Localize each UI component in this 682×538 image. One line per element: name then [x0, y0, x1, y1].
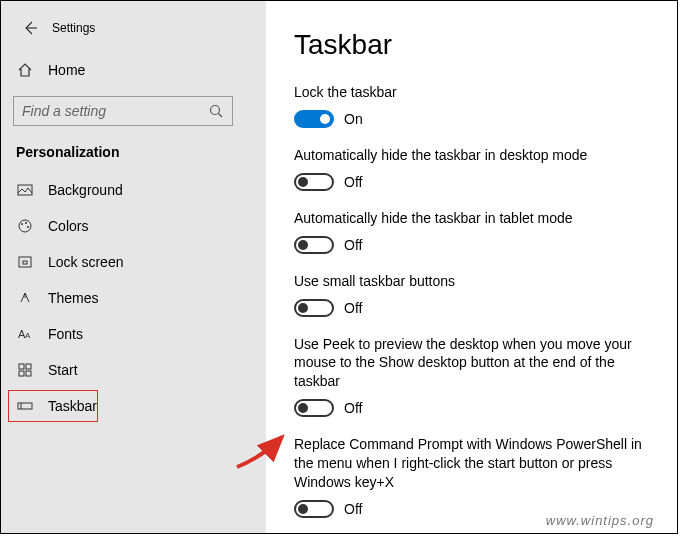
setting-label: Use small taskbar buttons: [294, 272, 649, 291]
nav-item-taskbar[interactable]: Taskbar: [1, 388, 266, 424]
nav-label: Themes: [48, 290, 99, 306]
setting-autohide-tablet: Automatically hide the taskbar in tablet…: [294, 209, 649, 254]
toggle-state: Off: [344, 174, 362, 190]
setting-lock-taskbar: Lock the taskbar On: [294, 83, 649, 128]
nav-label: Taskbar: [48, 398, 97, 414]
sidebar: Settings Home Personalization Background…: [1, 1, 266, 533]
svg-point-7: [27, 226, 29, 228]
home-icon: [16, 61, 34, 79]
toggle-peek[interactable]: [294, 399, 334, 417]
category-title: Personalization: [1, 134, 266, 172]
toggle-state: Off: [344, 400, 362, 416]
app-title: Settings: [52, 21, 95, 35]
search-input[interactable]: [22, 103, 208, 119]
nav-label: Fonts: [48, 326, 83, 342]
themes-icon: [16, 289, 34, 307]
setting-label: Replace Command Prompt with Windows Powe…: [294, 435, 649, 492]
nav-home[interactable]: Home: [1, 52, 266, 88]
setting-autohide-desktop: Automatically hide the taskbar in deskto…: [294, 146, 649, 191]
nav-item-lockscreen[interactable]: Lock screen: [1, 244, 266, 280]
setting-label: Automatically hide the taskbar in tablet…: [294, 209, 649, 228]
nav-label: Start: [48, 362, 78, 378]
image-icon: [16, 181, 34, 199]
taskbar-icon: [16, 397, 34, 415]
nav-item-background[interactable]: Background: [1, 172, 266, 208]
svg-text:A: A: [25, 331, 31, 340]
palette-icon: [16, 217, 34, 235]
back-button[interactable]: [16, 14, 44, 42]
svg-rect-12: [19, 364, 24, 369]
toggle-state: Off: [344, 501, 362, 517]
svg-rect-8: [19, 257, 31, 267]
toggle-lock-taskbar[interactable]: [294, 110, 334, 128]
watermark: www.wintips.org: [546, 513, 654, 528]
toggle-powershell[interactable]: [294, 500, 334, 518]
toggle-autohide-tablet[interactable]: [294, 236, 334, 254]
start-icon: [16, 361, 34, 379]
toggle-state: Off: [344, 237, 362, 253]
svg-point-5: [21, 223, 23, 225]
nav-home-label: Home: [48, 62, 85, 78]
svg-point-4: [19, 220, 31, 232]
content-area: Taskbar Lock the taskbar On Automaticall…: [266, 1, 677, 533]
search-box[interactable]: [13, 96, 233, 126]
nav-item-fonts[interactable]: AA Fonts: [1, 316, 266, 352]
svg-line-2: [219, 114, 223, 118]
setting-label: Use Peek to preview the desktop when you…: [294, 335, 649, 392]
toggle-state: On: [344, 111, 363, 127]
page-title: Taskbar: [294, 29, 649, 61]
svg-rect-13: [26, 364, 31, 369]
nav-item-colors[interactable]: Colors: [1, 208, 266, 244]
setting-label: Lock the taskbar: [294, 83, 649, 102]
svg-rect-16: [18, 403, 32, 409]
svg-rect-15: [26, 371, 31, 376]
nav-label: Background: [48, 182, 123, 198]
nav-label: Lock screen: [48, 254, 123, 270]
toggle-state: Off: [344, 300, 362, 316]
svg-point-1: [211, 106, 220, 115]
setting-powershell: Replace Command Prompt with Windows Powe…: [294, 435, 649, 518]
nav-label: Colors: [48, 218, 88, 234]
fonts-icon: AA: [16, 325, 34, 343]
svg-rect-9: [23, 261, 27, 264]
nav-item-start[interactable]: Start: [1, 352, 266, 388]
setting-label: Automatically hide the taskbar in deskto…: [294, 146, 649, 165]
search-icon: [208, 103, 224, 119]
setting-small-buttons: Use small taskbar buttons Off: [294, 272, 649, 317]
svg-rect-14: [19, 371, 24, 376]
toggle-small-buttons[interactable]: [294, 299, 334, 317]
nav-item-themes[interactable]: Themes: [1, 280, 266, 316]
setting-peek: Use Peek to preview the desktop when you…: [294, 335, 649, 418]
svg-point-6: [25, 222, 27, 224]
toggle-autohide-desktop[interactable]: [294, 173, 334, 191]
lockscreen-icon: [16, 253, 34, 271]
